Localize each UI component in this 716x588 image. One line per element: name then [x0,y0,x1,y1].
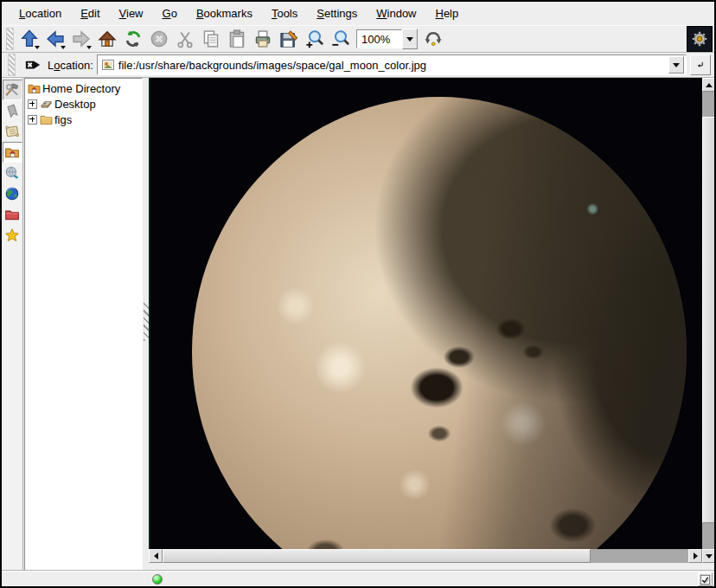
back-button[interactable] [43,27,67,51]
reload-button[interactable] [121,27,145,51]
vertical-scroll-thumb[interactable] [702,117,716,523]
sidebar-configure-button[interactable] [3,80,22,100]
globe-icon [4,186,20,201]
konqueror-window: Location Edit View Go Bookmarks Tools Se… [0,0,716,588]
up-dropdown-arrow[interactable] [35,46,40,49]
clear-location-icon [24,56,42,74]
home-icon [98,29,117,48]
print-button[interactable] [251,27,275,51]
paste-button [225,27,249,51]
chevron-down-icon [406,37,413,42]
sidebar-button-bar [2,78,23,571]
image-view[interactable] [149,78,702,549]
tree-item-label[interactable]: Desktop [54,98,96,111]
zoom-out-button[interactable] [329,27,353,51]
copy-icon [201,29,221,48]
tree-item-figs[interactable]: figs [27,112,142,127]
menubar: Location Edit View Go Bookmarks Tools Se… [2,2,714,25]
menu-window[interactable]: Window [368,4,425,22]
go-button[interactable] [690,54,711,75]
image-file-icon [101,58,115,72]
rotate-button[interactable] [421,27,445,51]
red-folder-icon [4,207,20,222]
menu-location[interactable]: Location [10,4,70,22]
scroll-right-button[interactable] [688,549,702,563]
zoom-dropdown-button[interactable] [402,29,418,49]
desktop-icon [39,98,53,110]
folder-tree-panel: Home Directory Desktop f [24,78,143,571]
location-dropdown-button[interactable] [668,56,684,74]
statusbar [2,571,714,587]
location-combobox[interactable]: file:/usr/share/backgrounds/images/space… [97,54,687,75]
triangle-left-icon [154,553,158,559]
tree-item-desktop[interactable]: Desktop [27,96,142,112]
cut-icon [176,29,195,48]
location-toolbar: Location: file:/usr/share/backgrounds/im… [2,53,714,78]
rotate-icon [424,29,443,48]
zoom-in-icon [305,29,324,48]
chevron-down-icon [673,63,680,67]
bookmark-icon [5,104,20,118]
zoom-out-icon [331,29,350,48]
vertical-scrollbar[interactable] [702,78,716,563]
reload-icon [124,29,143,48]
sidebar-home-directory-button[interactable] [3,142,22,163]
sidebar-root-folder-button[interactable] [3,204,22,225]
enter-arrow-icon [696,57,705,73]
stop-icon [150,29,169,48]
folder-home-icon [27,82,41,94]
star-icon [4,227,20,243]
zoom-in-button[interactable] [303,27,327,51]
triangle-down-icon [706,554,713,559]
sidebar-history-button[interactable] [3,121,22,142]
clear-location-button[interactable] [22,54,43,75]
main-toolbar: 100% [2,25,714,53]
kde-gear-logo [687,26,713,52]
sidebar-network-button[interactable] [3,163,22,183]
moon-image [192,97,687,549]
tree-item-label[interactable]: Home Directory [42,82,120,95]
home-button[interactable] [95,27,119,51]
network-icon [4,165,20,181]
scroll-up-button[interactable] [702,78,716,92]
location-input[interactable]: file:/usr/share/backgrounds/images/space… [118,59,665,72]
statusbar-indicator-button[interactable] [698,572,713,586]
tree-item-home-directory[interactable]: Home Directory [27,80,142,96]
locationbar-drag-handle[interactable] [8,54,16,76]
up-button[interactable] [17,27,42,51]
horizontal-scrollbar[interactable] [149,549,702,563]
save-as-button[interactable] [277,27,301,51]
copy-button [199,27,223,51]
sidebar-services-button[interactable] [3,225,22,246]
splitter-grip[interactable] [144,303,149,341]
zoom-level-value[interactable]: 100% [356,29,402,48]
sidebar-web-browser-button[interactable] [3,183,22,204]
forward-button [69,27,93,51]
checkbox-check-icon [700,574,711,585]
forward-dropdown-arrow [86,46,92,49]
scroll-down-button[interactable] [702,549,716,563]
folder-home-icon [4,144,20,160]
gear-icon [690,29,709,48]
menu-edit[interactable]: Edit [72,4,108,22]
menu-tools[interactable]: Tools [263,4,306,22]
menu-view[interactable]: View [111,4,152,22]
tree-item-label[interactable]: figs [54,113,72,126]
back-dropdown-arrow[interactable] [61,46,66,49]
expand-plus-icon[interactable] [28,115,37,125]
triangle-up-icon [706,83,713,87]
toolbar-drag-handle[interactable] [6,28,14,50]
menu-go[interactable]: Go [154,4,186,22]
tools-icon [4,82,20,98]
horizontal-scroll-thumb[interactable] [163,549,591,563]
print-icon [253,29,272,48]
expand-plus-icon[interactable] [28,99,37,109]
horizontal-scroll-track[interactable] [591,549,688,563]
panel-splitter[interactable] [143,78,149,571]
menu-settings[interactable]: Settings [308,4,366,22]
menu-bookmarks[interactable]: Bookmarks [188,4,261,22]
scroll-left-button[interactable] [149,549,163,563]
sidebar-bookmarks-button[interactable] [3,100,22,121]
location-label: Location: [48,59,93,72]
menu-help[interactable]: Help [427,4,468,22]
